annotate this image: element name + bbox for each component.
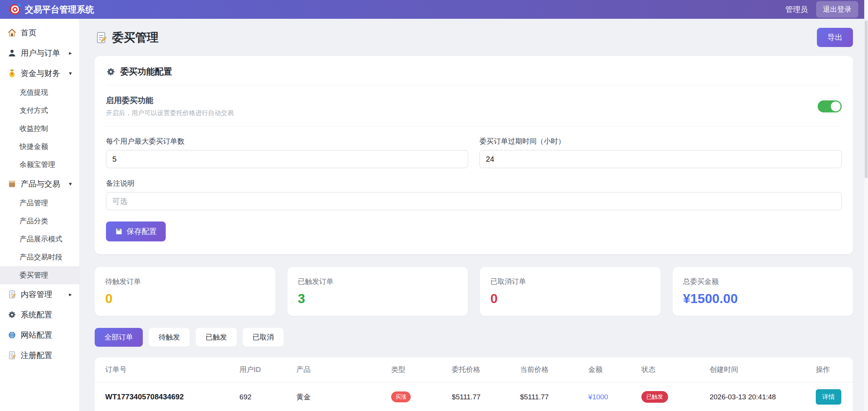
user-icon <box>8 49 17 58</box>
current-user-label: 管理员 <box>785 5 808 15</box>
enable-entrust-label: 启用委买功能 <box>106 95 234 106</box>
order-number-cell: WT1773405708434692 <box>95 382 235 411</box>
sidebar-item-products-trading[interactable]: 产品与交易▾ <box>0 174 79 194</box>
gear-icon <box>106 67 116 77</box>
sidebar-item-quick-amounts[interactable]: 快捷金额 <box>0 138 79 156</box>
column-header: 创建时间 <box>705 357 811 382</box>
column-header: 类型 <box>387 357 447 382</box>
max-orders-label: 每个用户最大委买订单数 <box>106 136 468 146</box>
current-price-cell: $5111.77 <box>516 382 584 411</box>
stats-row: 待触发订单0已触发订单3已取消订单0总委买金额¥1500.00 <box>95 267 853 316</box>
main-content: 委买管理 导出 委买功能配置 启用委买功能 开启后，用户可以设置委托价格进行自动… <box>80 19 868 411</box>
sidebar-item-payment-methods[interactable]: 支付方式 <box>0 102 79 120</box>
chevron-down-icon: ▾ <box>69 70 72 77</box>
sidebar-item-content[interactable]: 内容管理▸ <box>0 284 79 305</box>
tab-全部订单[interactable]: 全部订单 <box>95 328 143 347</box>
money-bag-icon <box>8 69 17 78</box>
column-header: 当前价格 <box>516 357 584 382</box>
enable-entrust-desc: 开启后，用户可以设置委托价格进行自动交易 <box>106 109 234 117</box>
column-header: 订单号 <box>95 357 235 382</box>
max-orders-input[interactable] <box>106 150 468 168</box>
export-button[interactable]: 导出 <box>817 28 853 47</box>
user-id-cell: 692 <box>235 382 292 411</box>
sidebar-item-finance[interactable]: 资金与财务▾ <box>0 63 79 83</box>
sidebar-item-yuebao-management[interactable]: 余额宝管理 <box>0 156 79 174</box>
sidebar-item-label: 用户与订单 <box>21 48 60 58</box>
sidebar-item-product-categories[interactable]: 产品分类 <box>0 212 79 230</box>
sidebar-item-home[interactable]: 首页 <box>0 23 79 43</box>
sidebar-item-label: 产品分类 <box>20 216 48 226</box>
chevron-right-icon: ▸ <box>69 50 72 56</box>
config-section-title: 委买功能配置 <box>106 56 842 85</box>
created-at-cell: 2026-03-13 20:41:48 <box>705 382 811 411</box>
tab-已触发[interactable]: 已触发 <box>196 328 237 347</box>
sidebar-item-users-orders[interactable]: 用户与订单▸ <box>0 43 79 63</box>
stat-label: 待触发订单 <box>105 277 265 287</box>
toggle-knob <box>831 102 841 111</box>
config-card: 委买功能配置 启用委买功能 开启后，用户可以设置委托价格进行自动交易 每个用户最… <box>95 56 853 254</box>
topbar: 交易平台管理系统 管理员 退出登录 <box>0 0 868 19</box>
stat-value: 0 <box>490 291 650 306</box>
gear-icon <box>8 310 17 319</box>
expire-hours-input[interactable] <box>479 150 842 168</box>
actions-cell: 详情 <box>811 382 853 411</box>
sidebar-item-label: 收益控制 <box>20 124 48 133</box>
stat-value: ¥1500.00 <box>683 291 843 306</box>
sidebar-item-profit-control[interactable]: 收益控制 <box>0 120 79 138</box>
sidebar-item-label: 产品管理 <box>20 198 48 208</box>
sidebar-item-product-management[interactable]: 产品管理 <box>0 194 79 212</box>
sidebar-item-site-config[interactable]: 网站配置 <box>0 325 79 345</box>
save-config-button[interactable]: 保存配置 <box>106 221 166 241</box>
type-cell: 买涨 <box>387 382 447 411</box>
brand: 交易平台管理系统 <box>10 4 94 15</box>
target-logo-icon <box>10 4 20 15</box>
amount-cell: ¥1000 <box>584 382 637 411</box>
package-icon <box>8 179 17 188</box>
orders-table-card: 订单号用户ID产品类型委托价格当前价格金额状态创建时间操作 WT17734057… <box>95 357 853 411</box>
sidebar-item-product-trading-hours[interactable]: 产品交易时段 <box>0 248 79 266</box>
column-header: 金额 <box>584 357 637 382</box>
memo-icon <box>8 290 17 299</box>
sidebar-item-label: 系统配置 <box>21 309 52 320</box>
order-filter-tabs: 全部订单待触发已触发已取消 <box>95 328 853 347</box>
stat-label: 总委买金额 <box>683 277 843 287</box>
sidebar-item-label: 支付方式 <box>20 106 48 115</box>
sidebar-item-recharge-withdraw[interactable]: 充值提现 <box>0 83 79 102</box>
status-badge: 已触发 <box>641 391 668 403</box>
enable-entrust-toggle[interactable] <box>818 100 842 112</box>
sidebar-item-label: 资金与财务 <box>21 68 60 79</box>
sidebar-item-register-config[interactable]: 注册配置 <box>0 345 79 366</box>
stat-value: 0 <box>105 291 265 306</box>
sidebar-item-label: 网站配置 <box>21 330 52 340</box>
orders-table: 订单号用户ID产品类型委托价格当前价格金额状态创建时间操作 WT17734057… <box>95 357 853 411</box>
sidebar-item-label: 内容管理 <box>21 289 52 300</box>
sidebar-item-product-display-mode[interactable]: 产品展示模式 <box>0 230 79 248</box>
entrust-price-cell: $5111.77 <box>447 382 516 411</box>
sidebar-item-label: 产品交易时段 <box>20 252 62 262</box>
column-header: 状态 <box>637 357 705 382</box>
tab-已取消[interactable]: 已取消 <box>243 328 284 347</box>
scrollbar-thumb[interactable] <box>865 20 868 178</box>
expire-hours-label: 委买订单过期时间（小时） <box>479 136 842 146</box>
table-row: WT1773405708434692692黄金买涨$5111.77$5111.7… <box>95 382 853 411</box>
sidebar: 首页用户与订单▸资金与财务▾充值提现支付方式收益控制快捷金额余额宝管理产品与交易… <box>0 19 80 411</box>
column-header: 产品 <box>292 357 387 382</box>
logout-button[interactable]: 退出登录 <box>816 1 858 18</box>
sidebar-item-label: 充值提现 <box>20 88 48 97</box>
globe-icon <box>8 331 17 340</box>
column-header: 委托价格 <box>447 357 516 382</box>
sidebar-item-system-config[interactable]: 系统配置 <box>0 305 79 325</box>
stat-card: 已取消订单0 <box>480 267 661 316</box>
status-cell: 已触发 <box>637 382 705 411</box>
floppy-disk-icon <box>115 227 123 235</box>
sidebar-item-label: 快捷金额 <box>20 142 48 152</box>
column-header: 用户ID <box>235 357 292 382</box>
detail-button[interactable]: 详情 <box>816 389 841 405</box>
tab-待触发[interactable]: 待触发 <box>149 328 190 347</box>
product-cell: 黄金 <box>292 382 387 411</box>
chevron-right-icon: ▸ <box>69 291 72 298</box>
sidebar-item-entrust-buy[interactable]: 委买管理 <box>0 266 79 284</box>
scrollbar[interactable] <box>864 0 868 411</box>
stat-value: 3 <box>298 291 458 306</box>
remark-input[interactable] <box>106 192 842 210</box>
